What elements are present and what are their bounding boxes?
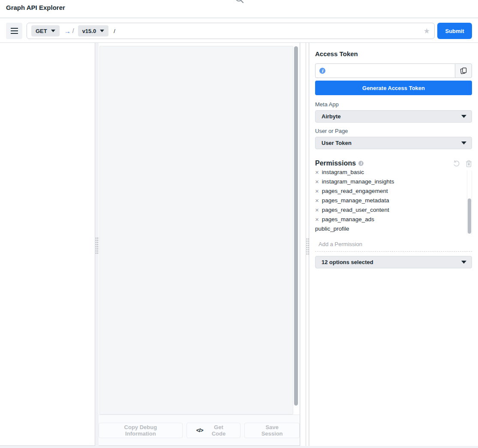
token-settings-panel: Access Token i Generate Access Token Met… [310, 43, 478, 446]
grip-dots-icon [306, 238, 309, 255]
remove-icon[interactable]: × [315, 170, 319, 175]
access-token-heading: Access Token [315, 50, 472, 57]
permission-label: pages_manage_ads [322, 216, 374, 222]
copy-debug-label: Copy Debug Information [108, 424, 173, 437]
get-code-button[interactable]: </> Get Code [186, 423, 241, 438]
meta-app-label: Meta App [315, 101, 472, 108]
meta-app-select[interactable]: Airbyte [315, 110, 472, 123]
add-permission-wrap [315, 240, 472, 252]
permission-item: × pages_read_engagement [315, 186, 472, 195]
remove-icon[interactable]: × [315, 178, 319, 185]
chevron-down-icon [461, 141, 466, 144]
response-canvas [99, 46, 293, 415]
permissions-scrollbar[interactable] [467, 171, 472, 235]
http-method-dropdown[interactable]: GET [31, 25, 60, 36]
api-version-label: v15.0 [82, 28, 96, 34]
chevron-down-icon [51, 30, 55, 32]
request-url-bar[interactable]: GET → / v15.0 / ★ [27, 23, 435, 39]
access-token-input[interactable] [328, 64, 455, 78]
copy-icon [460, 67, 467, 75]
user-or-page-label: User or Page [315, 128, 472, 134]
save-session-button[interactable]: Save Session [244, 423, 300, 438]
copy-token-button[interactable] [455, 63, 472, 78]
code-icon: </> [196, 427, 203, 433]
star-favorite-icon[interactable]: ★ [424, 27, 430, 35]
permission-item: × pages_manage_ads [315, 214, 472, 224]
info-icon[interactable]: i [358, 161, 364, 166]
permission-label: instagram_basic [322, 170, 364, 175]
chevron-down-icon [461, 115, 466, 118]
undo-permissions-button[interactable] [453, 160, 460, 167]
meta-app-value: Airbyte [322, 113, 341, 120]
menu-hamburger-icon[interactable] [6, 23, 22, 39]
copy-debug-button[interactable]: Copy Debug Information [99, 423, 183, 438]
permission-label: pages_read_engagement [322, 188, 388, 194]
session-footer: Copy Debug Information </> Get Code Save… [99, 415, 300, 445]
permission-item: × instagram_basic [315, 170, 472, 177]
chevron-down-icon [100, 30, 104, 32]
path-slash-prefix: / [72, 27, 74, 34]
trash-icon [466, 160, 472, 167]
get-code-label: Get Code [207, 424, 231, 437]
generate-access-token-button[interactable]: Generate Access Token [315, 81, 472, 95]
permissions-heading: Permissions [315, 159, 356, 167]
permissions-list: × instagram_basic × instagram_manage_ins… [315, 170, 472, 235]
response-scrollbar[interactable] [294, 46, 299, 414]
page-title: Graph API Explorer [6, 4, 65, 11]
remove-icon[interactable]: × [315, 207, 319, 213]
chevron-down-icon [461, 261, 466, 264]
permission-item: × instagram_manage_insights [315, 177, 472, 186]
user-or-page-select[interactable]: User Token [315, 137, 472, 149]
scrollbar-thumb[interactable] [468, 198, 471, 234]
app-header: Graph API Explorer [0, 0, 478, 18]
right-resize-handle[interactable] [306, 43, 309, 446]
left-resize-handle[interactable] [95, 237, 99, 254]
permission-item: × pages_manage_metadata [315, 195, 472, 205]
permissions-options-select[interactable]: 12 options selected [315, 256, 472, 268]
save-session-label: Save Session [254, 424, 290, 437]
access-token-field-wrap: i [315, 63, 455, 78]
left-sidebar-panel [0, 43, 95, 446]
options-selected-label: 12 options selected [322, 259, 373, 265]
panel-gap [301, 43, 306, 446]
api-version-dropdown[interactable]: v15.0 [78, 25, 109, 36]
arrow-right-icon: → [64, 27, 71, 35]
request-path-input[interactable]: / [114, 28, 115, 34]
permission-label: instagram_manage_insights [322, 178, 394, 185]
remove-icon[interactable]: × [315, 197, 319, 204]
undo-icon [453, 160, 460, 167]
permission-item: × pages_read_user_content [315, 205, 472, 214]
permission-label: pages_read_user_content [322, 207, 389, 213]
permission-label: public_profile [315, 226, 349, 232]
request-toolbar: GET → / v15.0 / ★ Submit [0, 18, 478, 43]
access-token-row: i [315, 63, 472, 78]
user-or-page-value: User Token [322, 140, 352, 146]
response-panel: Copy Debug Information </> Get Code Save… [99, 43, 300, 446]
clear-permissions-button[interactable] [466, 160, 472, 167]
scrollbar-thumb[interactable] [294, 46, 298, 406]
submit-button[interactable]: Submit [437, 23, 472, 39]
permission-item: public_profile [315, 224, 472, 233]
permission-label: pages_manage_metadata [322, 197, 389, 204]
remove-icon[interactable]: × [315, 188, 319, 194]
permissions-header: Permissions i [315, 159, 472, 167]
http-method-label: GET [36, 28, 47, 34]
search-icon[interactable] [234, 0, 245, 4]
permissions-rows: × instagram_basic × instagram_manage_ins… [315, 170, 472, 233]
remove-icon[interactable]: × [315, 216, 319, 222]
add-permission-input[interactable] [315, 241, 472, 247]
info-icon[interactable]: i [319, 68, 325, 74]
